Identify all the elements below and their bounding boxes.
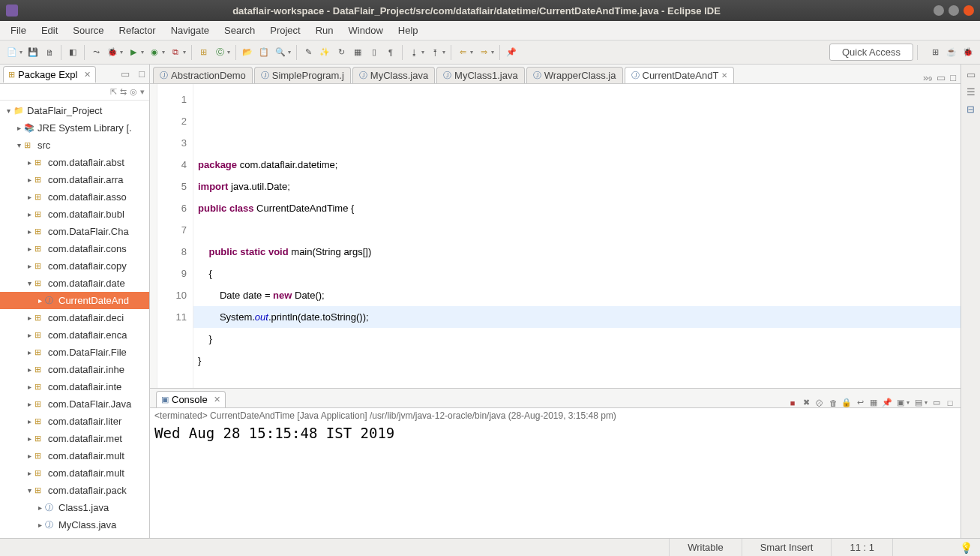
- dropdown-icon[interactable]: ▾: [470, 49, 473, 56]
- debug-last-icon[interactable]: 🐞: [105, 45, 120, 60]
- toggle-mark-icon[interactable]: ▦: [350, 45, 365, 60]
- menu-project[interactable]: Project: [264, 23, 306, 38]
- dropdown-icon[interactable]: ▾: [907, 399, 910, 406]
- java-perspective-icon[interactable]: ☕: [944, 45, 959, 60]
- focus-icon[interactable]: ◎: [130, 87, 137, 97]
- tree-package[interactable]: ▸⊞com.dataflair.bubl: [0, 206, 149, 223]
- maximize-icon[interactable]: □: [950, 72, 956, 83]
- next-annotation-icon[interactable]: ⭳: [406, 45, 421, 60]
- search-icon[interactable]: 🔍: [273, 45, 288, 60]
- dropdown-icon[interactable]: ▾: [288, 49, 291, 56]
- tab-myclass[interactable]: ⒿMyClass.java: [352, 67, 435, 83]
- minimize-icon[interactable]: ▭: [116, 68, 134, 80]
- menu-navigate[interactable]: Navigate: [165, 23, 215, 38]
- tree-package[interactable]: ▸⊞com.dataflair.cons: [0, 240, 149, 257]
- tree-project[interactable]: ▾📁DataFlair_Project: [0, 102, 149, 119]
- dropdown-icon[interactable]: ▾: [227, 49, 230, 56]
- debug-perspective-icon[interactable]: 🐞: [961, 45, 976, 60]
- outline-icon[interactable]: ⊟: [967, 104, 975, 115]
- dropdown-icon[interactable]: ▾: [491, 49, 494, 56]
- tab-overflow[interactable]: »₉: [923, 72, 932, 83]
- menu-refactor[interactable]: Refactor: [113, 23, 162, 38]
- tree-package[interactable]: ▸⊞com.dataflair.met: [0, 430, 149, 447]
- console-output[interactable]: Wed Aug 28 15:15:48 IST 2019: [150, 423, 961, 538]
- minimize-icon[interactable]: ▭: [931, 398, 943, 407]
- window-close-button[interactable]: [964, 5, 974, 16]
- skip-breakpoints-icon[interactable]: ⤳: [88, 45, 103, 60]
- minimize-icon[interactable]: ▭: [937, 72, 946, 83]
- code-area[interactable]: package com.dataflair.datetime; import j…: [193, 84, 961, 388]
- save-icon[interactable]: 💾: [25, 45, 40, 60]
- run-icon[interactable]: ▶: [126, 45, 141, 60]
- link-editor-icon[interactable]: ⇆: [120, 87, 127, 97]
- tree-package[interactable]: ▸⊞com.DataFlair.Java: [0, 395, 149, 413]
- tip-icon[interactable]: 💡: [952, 542, 980, 554]
- quick-access-input[interactable]: Quick Access: [829, 44, 913, 61]
- new-class-icon[interactable]: Ⓒ: [212, 45, 227, 60]
- tree-file[interactable]: ▸ⒿMyClass.java: [0, 516, 149, 533]
- tab-wrapperclass[interactable]: ⒿWrapperClass.ja: [526, 67, 623, 83]
- show-whitespace-icon[interactable]: ¶: [383, 45, 398, 60]
- tree-package[interactable]: ▸⊞com.dataflair.inhe: [0, 361, 149, 378]
- dropdown-icon[interactable]: ▾: [162, 49, 165, 56]
- open-task-icon[interactable]: 📋: [256, 45, 271, 60]
- show-console-icon[interactable]: ▦: [868, 398, 880, 407]
- dropdown-icon[interactable]: ▾: [925, 399, 928, 406]
- prev-annotation-icon[interactable]: ⭱: [427, 45, 442, 60]
- refresh-icon[interactable]: ↻: [334, 45, 349, 60]
- dropdown-icon[interactable]: ▾: [19, 49, 22, 56]
- remove-launch-icon[interactable]: ✖: [800, 398, 812, 407]
- open-perspective-icon[interactable]: ⊞: [928, 45, 943, 60]
- tree-package[interactable]: ▸⊞com.dataflair.inte: [0, 378, 149, 395]
- menu-run[interactable]: Run: [310, 23, 340, 38]
- tree-package[interactable]: ▸⊞com.DataFlair.File: [0, 344, 149, 361]
- menu-window[interactable]: Window: [343, 23, 389, 38]
- collapse-all-icon[interactable]: ⇱: [110, 87, 117, 97]
- tree-package[interactable]: ▸⊞com.dataflair.asso: [0, 188, 149, 206]
- close-icon[interactable]: ✕: [721, 71, 727, 80]
- close-icon[interactable]: ✕: [214, 395, 220, 404]
- word-wrap-icon[interactable]: ↩: [854, 398, 866, 407]
- menu-source[interactable]: Source: [67, 23, 109, 38]
- tree-package[interactable]: ▸⊞com.dataflair.mult: [0, 447, 149, 464]
- tree-package[interactable]: ▸⊞com.dataflair.abst: [0, 154, 149, 171]
- clear-console-icon[interactable]: 🗑: [827, 398, 839, 407]
- dropdown-icon[interactable]: ▾: [183, 49, 186, 56]
- tree-src[interactable]: ▾⊞src: [0, 137, 149, 154]
- open-console-icon[interactable]: ▤: [913, 398, 925, 407]
- window-maximize-button[interactable]: [949, 5, 959, 16]
- tree-package[interactable]: ▸⊞com.dataflair.deci: [0, 309, 149, 326]
- wand-icon[interactable]: ✨: [317, 45, 332, 60]
- tree-file[interactable]: ▸ⒿClass1.java: [0, 499, 149, 516]
- view-menu-icon[interactable]: ▾: [140, 87, 145, 97]
- tree-file-selected[interactable]: ▸ⒿCurrentDateAnd: [0, 292, 149, 309]
- tree-package[interactable]: ▸⊞com.dataflair.mult: [0, 464, 149, 482]
- tree-jre[interactable]: ▸📚JRE System Library [.: [0, 119, 149, 137]
- back-icon[interactable]: ⇐: [455, 45, 470, 60]
- package-tree[interactable]: ▾📁DataFlair_Project ▸📚JRE System Library…: [0, 101, 149, 538]
- forward-icon[interactable]: ⇒: [476, 45, 491, 60]
- external-tools-icon[interactable]: ⧉: [168, 45, 183, 60]
- close-icon[interactable]: ✕: [84, 70, 91, 80]
- tab-simpleprogram[interactable]: ⒿSimpleProgram.j: [254, 67, 351, 83]
- terminate-icon[interactable]: ■: [787, 398, 799, 407]
- tab-myclass1[interactable]: ⒿMyClass1.java: [436, 67, 525, 83]
- pin-icon[interactable]: 📌: [504, 45, 519, 60]
- maximize-icon[interactable]: □: [134, 68, 149, 80]
- dropdown-icon[interactable]: ▾: [442, 49, 445, 56]
- annotation-ruler[interactable]: [150, 84, 157, 388]
- tab-abstraction[interactable]: ⒿAbstractionDemo: [153, 67, 253, 83]
- toggle-block-icon[interactable]: ▯: [367, 45, 382, 60]
- tree-package[interactable]: ▸⊞com.dataflair.liter: [0, 413, 149, 430]
- open-type-icon[interactable]: 📂: [240, 45, 255, 60]
- coverage-icon[interactable]: ◉: [147, 45, 162, 60]
- task-list-icon[interactable]: ☰: [967, 86, 976, 98]
- scroll-lock-icon[interactable]: 🔒: [841, 398, 853, 407]
- new-package-icon[interactable]: ⊞: [196, 45, 211, 60]
- toggle-icon[interactable]: ◧: [65, 45, 80, 60]
- menu-edit[interactable]: Edit: [35, 23, 64, 38]
- pin-console-icon[interactable]: 📌: [881, 398, 893, 407]
- maximize-icon[interactable]: □: [944, 398, 956, 407]
- menu-search[interactable]: Search: [218, 23, 261, 38]
- editor[interactable]: 1 2 3 4 5 6 7 8 9 10 11 package com.data…: [150, 84, 961, 388]
